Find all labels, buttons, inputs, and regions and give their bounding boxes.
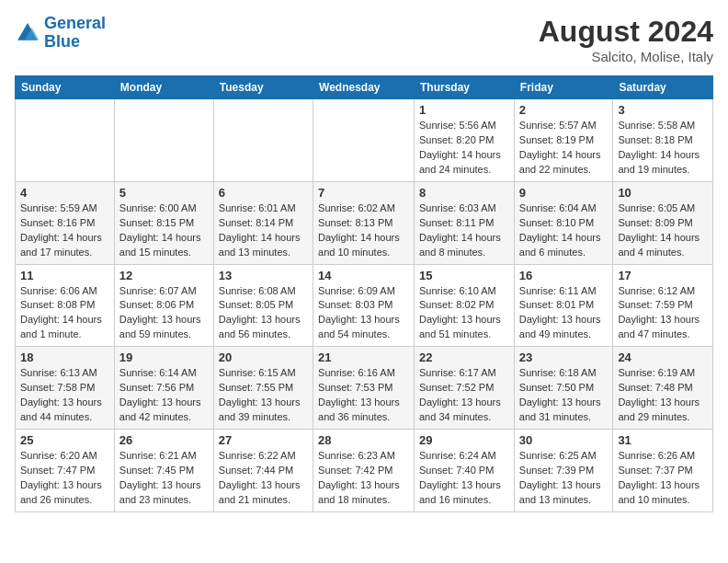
day-info: Sunrise: 6:17 AMSunset: 7:52 PMDaylight:… bbox=[419, 366, 509, 425]
week-row-2: 4Sunrise: 5:59 AMSunset: 8:16 PMDaylight… bbox=[16, 181, 713, 264]
day-cell-30: 30Sunrise: 6:25 AMSunset: 7:39 PMDayligh… bbox=[514, 430, 613, 512]
day-info: Sunrise: 6:09 AMSunset: 8:03 PMDaylight:… bbox=[318, 284, 409, 343]
day-number: 21 bbox=[318, 350, 409, 364]
day-info: Sunrise: 6:06 AMSunset: 8:08 PMDaylight:… bbox=[20, 284, 109, 343]
empty-cell bbox=[16, 99, 115, 182]
day-cell-8: 8Sunrise: 6:03 AMSunset: 8:11 PMDaylight… bbox=[415, 181, 515, 264]
day-cell-9: 9Sunrise: 6:04 AMSunset: 8:10 PMDaylight… bbox=[514, 181, 613, 264]
calendar-body: 1Sunrise: 5:56 AMSunset: 8:20 PMDaylight… bbox=[16, 99, 713, 512]
day-number: 18 bbox=[20, 350, 109, 364]
day-cell-15: 15Sunrise: 6:10 AMSunset: 8:02 PMDayligh… bbox=[415, 264, 515, 347]
day-cell-27: 27Sunrise: 6:22 AMSunset: 7:44 PMDayligh… bbox=[213, 430, 313, 512]
day-info: Sunrise: 5:57 AMSunset: 8:19 PMDaylight:… bbox=[519, 119, 609, 178]
day-number: 27 bbox=[219, 433, 308, 447]
day-info: Sunrise: 6:15 AMSunset: 7:55 PMDaylight:… bbox=[219, 366, 308, 425]
empty-cell bbox=[313, 99, 415, 182]
day-number: 1 bbox=[419, 103, 509, 117]
day-info: Sunrise: 6:10 AMSunset: 8:02 PMDaylight:… bbox=[419, 284, 509, 343]
day-cell-28: 28Sunrise: 6:23 AMSunset: 7:42 PMDayligh… bbox=[313, 430, 415, 512]
empty-cell bbox=[213, 99, 313, 182]
week-row-5: 25Sunrise: 6:20 AMSunset: 7:47 PMDayligh… bbox=[16, 430, 713, 512]
day-cell-5: 5Sunrise: 6:00 AMSunset: 8:15 PMDaylight… bbox=[114, 181, 213, 264]
day-info: Sunrise: 5:59 AMSunset: 8:16 PMDaylight:… bbox=[20, 201, 109, 260]
day-header-thursday: Thursday bbox=[415, 76, 515, 99]
day-cell-24: 24Sunrise: 6:19 AMSunset: 7:48 PMDayligh… bbox=[613, 347, 713, 430]
day-info: Sunrise: 6:21 AMSunset: 7:45 PMDaylight:… bbox=[119, 449, 209, 508]
day-number: 8 bbox=[419, 186, 509, 200]
day-cell-31: 31Sunrise: 6:26 AMSunset: 7:37 PMDayligh… bbox=[613, 430, 713, 512]
day-cell-11: 11Sunrise: 6:06 AMSunset: 8:08 PMDayligh… bbox=[16, 264, 115, 347]
day-cell-7: 7Sunrise: 6:02 AMSunset: 8:13 PMDaylight… bbox=[313, 181, 415, 264]
day-info: Sunrise: 6:03 AMSunset: 8:11 PMDaylight:… bbox=[419, 201, 509, 260]
day-info: Sunrise: 6:25 AMSunset: 7:39 PMDaylight:… bbox=[519, 449, 609, 508]
day-info: Sunrise: 6:26 AMSunset: 7:37 PMDaylight:… bbox=[618, 449, 708, 508]
day-number: 25 bbox=[20, 433, 109, 447]
calendar-table: SundayMondayTuesdayWednesdayThursdayFrid… bbox=[15, 75, 713, 512]
day-info: Sunrise: 6:20 AMSunset: 7:47 PMDaylight:… bbox=[20, 449, 109, 508]
day-number: 7 bbox=[318, 186, 409, 200]
calendar-header: SundayMondayTuesdayWednesdayThursdayFrid… bbox=[16, 76, 713, 99]
day-header-friday: Friday bbox=[514, 76, 613, 99]
day-info: Sunrise: 6:05 AMSunset: 8:09 PMDaylight:… bbox=[618, 201, 708, 260]
day-number: 15 bbox=[419, 269, 509, 282]
day-cell-26: 26Sunrise: 6:21 AMSunset: 7:45 PMDayligh… bbox=[114, 430, 213, 512]
day-cell-29: 29Sunrise: 6:24 AMSunset: 7:40 PMDayligh… bbox=[415, 430, 515, 512]
day-cell-14: 14Sunrise: 6:09 AMSunset: 8:03 PMDayligh… bbox=[313, 264, 415, 347]
day-cell-22: 22Sunrise: 6:17 AMSunset: 7:52 PMDayligh… bbox=[415, 347, 515, 430]
day-info: Sunrise: 6:19 AMSunset: 7:48 PMDaylight:… bbox=[618, 366, 708, 425]
day-info: Sunrise: 6:11 AMSunset: 8:01 PMDaylight:… bbox=[519, 284, 609, 343]
day-number: 2 bbox=[519, 103, 609, 117]
day-info: Sunrise: 6:16 AMSunset: 7:53 PMDaylight:… bbox=[318, 366, 409, 425]
day-number: 6 bbox=[219, 186, 308, 200]
day-number: 3 bbox=[618, 103, 708, 117]
logo-text: General Blue bbox=[44, 15, 106, 52]
day-cell-20: 20Sunrise: 6:15 AMSunset: 7:55 PMDayligh… bbox=[213, 347, 313, 430]
day-number: 31 bbox=[618, 433, 708, 447]
day-info: Sunrise: 6:08 AMSunset: 8:05 PMDaylight:… bbox=[219, 284, 308, 343]
day-info: Sunrise: 6:04 AMSunset: 8:10 PMDaylight:… bbox=[519, 201, 609, 260]
day-info: Sunrise: 6:01 AMSunset: 8:14 PMDaylight:… bbox=[219, 201, 308, 260]
day-cell-10: 10Sunrise: 6:05 AMSunset: 8:09 PMDayligh… bbox=[613, 181, 713, 264]
day-info: Sunrise: 5:56 AMSunset: 8:20 PMDaylight:… bbox=[419, 119, 509, 178]
day-number: 10 bbox=[618, 186, 708, 200]
day-number: 12 bbox=[119, 269, 209, 282]
day-number: 4 bbox=[20, 186, 109, 200]
page-header: General Blue August 2024 Salcito, Molise… bbox=[15, 15, 713, 64]
day-cell-2: 2Sunrise: 5:57 AMSunset: 8:19 PMDaylight… bbox=[514, 99, 613, 182]
logo-line2: Blue bbox=[44, 32, 80, 51]
day-header-saturday: Saturday bbox=[613, 76, 713, 99]
day-cell-1: 1Sunrise: 5:56 AMSunset: 8:20 PMDaylight… bbox=[415, 99, 515, 182]
day-header-tuesday: Tuesday bbox=[213, 76, 313, 99]
day-number: 19 bbox=[119, 350, 209, 364]
day-number: 16 bbox=[519, 269, 609, 282]
logo-icon bbox=[15, 20, 40, 46]
day-info: Sunrise: 6:22 AMSunset: 7:44 PMDaylight:… bbox=[219, 449, 308, 508]
day-number: 14 bbox=[318, 269, 409, 282]
day-info: Sunrise: 6:18 AMSunset: 7:50 PMDaylight:… bbox=[519, 366, 609, 425]
week-row-4: 18Sunrise: 6:13 AMSunset: 7:58 PMDayligh… bbox=[16, 347, 713, 430]
header-row: SundayMondayTuesdayWednesdayThursdayFrid… bbox=[16, 76, 713, 99]
day-number: 13 bbox=[219, 269, 308, 282]
day-number: 20 bbox=[219, 350, 308, 364]
logo-line1: General bbox=[44, 14, 106, 32]
day-number: 30 bbox=[519, 433, 609, 447]
day-info: Sunrise: 6:23 AMSunset: 7:42 PMDaylight:… bbox=[318, 449, 409, 508]
day-info: Sunrise: 6:00 AMSunset: 8:15 PMDaylight:… bbox=[119, 201, 209, 260]
day-cell-18: 18Sunrise: 6:13 AMSunset: 7:58 PMDayligh… bbox=[16, 347, 115, 430]
day-number: 26 bbox=[119, 433, 209, 447]
day-info: Sunrise: 6:13 AMSunset: 7:58 PMDaylight:… bbox=[20, 366, 109, 425]
day-info: Sunrise: 5:58 AMSunset: 8:18 PMDaylight:… bbox=[618, 119, 708, 178]
day-number: 5 bbox=[119, 186, 209, 200]
day-number: 17 bbox=[618, 269, 708, 282]
day-number: 29 bbox=[419, 433, 509, 447]
day-cell-17: 17Sunrise: 6:12 AMSunset: 7:59 PMDayligh… bbox=[613, 264, 713, 347]
day-info: Sunrise: 6:24 AMSunset: 7:40 PMDaylight:… bbox=[419, 449, 509, 508]
day-number: 22 bbox=[419, 350, 509, 364]
day-cell-6: 6Sunrise: 6:01 AMSunset: 8:14 PMDaylight… bbox=[213, 181, 313, 264]
day-number: 23 bbox=[519, 350, 609, 364]
day-cell-3: 3Sunrise: 5:58 AMSunset: 8:18 PMDaylight… bbox=[613, 99, 713, 182]
day-number: 9 bbox=[519, 186, 609, 200]
day-cell-4: 4Sunrise: 5:59 AMSunset: 8:16 PMDaylight… bbox=[16, 181, 115, 264]
day-cell-25: 25Sunrise: 6:20 AMSunset: 7:47 PMDayligh… bbox=[16, 430, 115, 512]
day-number: 11 bbox=[20, 269, 109, 282]
